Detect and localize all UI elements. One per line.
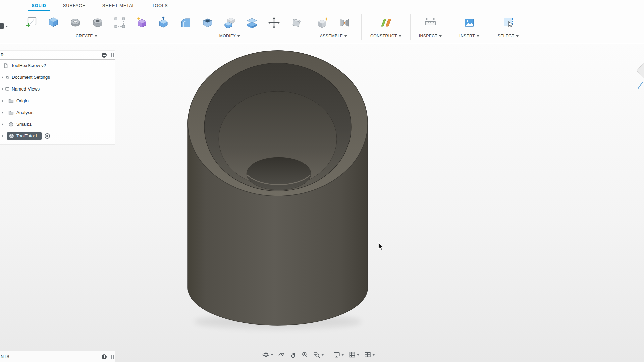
dropdown-caret-icon bbox=[477, 35, 479, 37]
browser-item-document-settings[interactable]: Document Settings bbox=[0, 71, 115, 83]
construct-group-label-text: CONSTRUCT bbox=[370, 34, 397, 38]
select-group-label[interactable]: SELECT bbox=[498, 34, 519, 38]
panel-grip-icon[interactable] bbox=[111, 355, 114, 359]
construct-group-label[interactable]: CONSTRUCT bbox=[370, 34, 401, 38]
ribbon-group-insert: INSERT bbox=[450, 11, 488, 43]
viewcube-partial[interactable] bbox=[635, 62, 644, 93]
select-button[interactable] bbox=[500, 15, 516, 31]
dropdown-caret-icon bbox=[237, 35, 240, 37]
viewport-canvas[interactable]: R ToolHexScrew v2 Document Settings bbox=[0, 44, 644, 362]
measure-button[interactable] bbox=[423, 15, 438, 31]
dropdown-caret-icon bbox=[372, 354, 375, 356]
align-button[interactable] bbox=[288, 15, 304, 31]
grid-snaps-button[interactable] bbox=[348, 350, 360, 359]
fit-button[interactable] bbox=[312, 350, 325, 359]
revolve-button[interactable] bbox=[68, 15, 83, 31]
file-menu-icon[interactable] bbox=[0, 23, 4, 29]
press-pull-button[interactable] bbox=[156, 15, 171, 31]
expand-chevron-icon[interactable] bbox=[2, 111, 3, 114]
zoom-button[interactable] bbox=[301, 350, 309, 359]
file-menu-caret-icon[interactable] bbox=[5, 26, 8, 27]
split-body-button[interactable] bbox=[244, 15, 260, 31]
model-cylinder[interactable] bbox=[188, 51, 368, 325]
select-group-icons bbox=[500, 13, 516, 33]
insert-image-icon bbox=[463, 16, 476, 29]
combine-button[interactable] bbox=[222, 15, 237, 31]
grid-and-snaps-icon bbox=[348, 351, 356, 358]
browser-item-analysis[interactable]: Analysis bbox=[0, 107, 115, 118]
shell-button[interactable] bbox=[200, 15, 215, 31]
create-sketch-button[interactable] bbox=[23, 15, 39, 31]
shell-icon bbox=[201, 16, 214, 29]
measure-icon bbox=[424, 16, 437, 29]
expand-chevron-icon[interactable] bbox=[2, 135, 3, 137]
tab-surface[interactable]: SURFACE bbox=[60, 0, 89, 11]
browser-item-toolhexscrew[interactable]: ToolHexScrew v2 bbox=[0, 60, 115, 71]
pan-button[interactable] bbox=[289, 350, 298, 359]
select-group-label-text: SELECT bbox=[498, 34, 515, 38]
tab-solid-label: SOLID bbox=[32, 3, 46, 8]
assemble-group-label[interactable]: ASSEMBLE bbox=[320, 34, 347, 38]
dropdown-caret-icon bbox=[439, 35, 442, 37]
inspect-group-label[interactable]: INSPECT bbox=[419, 34, 442, 38]
dropdown-caret-icon bbox=[357, 354, 360, 356]
construct-plane-button[interactable] bbox=[378, 15, 394, 31]
activate-component-radio[interactable] bbox=[45, 133, 50, 139]
dropdown-caret-icon bbox=[516, 35, 519, 37]
browser-item-small[interactable]: Small:1 bbox=[0, 118, 115, 130]
browser-item-label: ToolTuto:1 bbox=[16, 133, 38, 138]
insert-group-label[interactable]: INSERT bbox=[459, 34, 479, 38]
browser-panel: R ToolHexScrew v2 Document Settings bbox=[0, 51, 115, 144]
browser-item-origin[interactable]: Origin bbox=[0, 95, 115, 107]
browser-item-tooltuto[interactable]: ToolTuto:1 bbox=[0, 130, 115, 142]
hole-button[interactable] bbox=[90, 15, 105, 31]
file-menu-area bbox=[0, 11, 19, 43]
folder-icon bbox=[8, 98, 14, 103]
fillet-button[interactable] bbox=[178, 15, 193, 31]
comments-expand-button[interactable] bbox=[102, 354, 107, 359]
orbit-button[interactable] bbox=[262, 350, 274, 359]
extrude-button[interactable] bbox=[46, 15, 61, 31]
tab-tools[interactable]: TOOLS bbox=[149, 0, 171, 11]
panel-grip-icon[interactable] bbox=[111, 53, 114, 57]
tab-solid[interactable]: SOLID bbox=[28, 0, 50, 11]
look-at-icon bbox=[278, 351, 285, 358]
expand-chevron-icon[interactable] bbox=[2, 76, 3, 79]
press-pull-icon bbox=[157, 16, 170, 29]
modify-group-label[interactable]: MODIFY bbox=[219, 34, 240, 38]
tab-surface-label: SURFACE bbox=[63, 3, 86, 8]
ribbon-group-create: CREATE bbox=[19, 11, 154, 43]
fillet-icon bbox=[179, 16, 192, 29]
fusion-app-window: SOLID SURFACE SHEET METAL TOOLS bbox=[0, 0, 644, 362]
move-copy-button[interactable] bbox=[266, 15, 282, 31]
dropdown-caret-icon bbox=[344, 35, 347, 37]
tab-sheet-metal[interactable]: SHEET METAL bbox=[99, 0, 139, 11]
combine-icon bbox=[223, 16, 236, 29]
ribbon: CREATE bbox=[0, 11, 644, 43]
joint-button[interactable] bbox=[337, 15, 353, 31]
browser-collapse-button[interactable] bbox=[102, 53, 107, 58]
insert-group-label-text: INSERT bbox=[459, 34, 475, 38]
tab-sheet-metal-label: SHEET METAL bbox=[102, 3, 135, 8]
inspect-group-label-text: INSPECT bbox=[419, 34, 438, 38]
create-group-label[interactable]: CREATE bbox=[76, 34, 97, 38]
viewports-button[interactable] bbox=[363, 350, 376, 359]
browser-item-named-views[interactable]: Named Views bbox=[0, 83, 115, 95]
zoom-icon bbox=[301, 351, 309, 358]
dropdown-caret-icon bbox=[399, 35, 401, 37]
expand-chevron-icon[interactable] bbox=[2, 123, 3, 126]
expand-chevron-icon[interactable] bbox=[2, 88, 3, 90]
orbit-icon bbox=[262, 351, 270, 358]
construct-plane-icon bbox=[379, 16, 393, 29]
display-settings-button[interactable] bbox=[332, 350, 345, 359]
new-component-button[interactable] bbox=[315, 15, 330, 31]
look-at-button[interactable] bbox=[277, 350, 286, 359]
component-cube-icon bbox=[9, 133, 14, 139]
insert-image-button[interactable] bbox=[462, 15, 477, 31]
pattern-button[interactable] bbox=[112, 15, 127, 31]
dropdown-caret-icon bbox=[321, 354, 324, 356]
construct-group-icons bbox=[378, 13, 394, 33]
create-form-button[interactable] bbox=[134, 15, 150, 31]
fit-icon bbox=[313, 351, 320, 358]
expand-chevron-icon[interactable] bbox=[2, 100, 3, 102]
